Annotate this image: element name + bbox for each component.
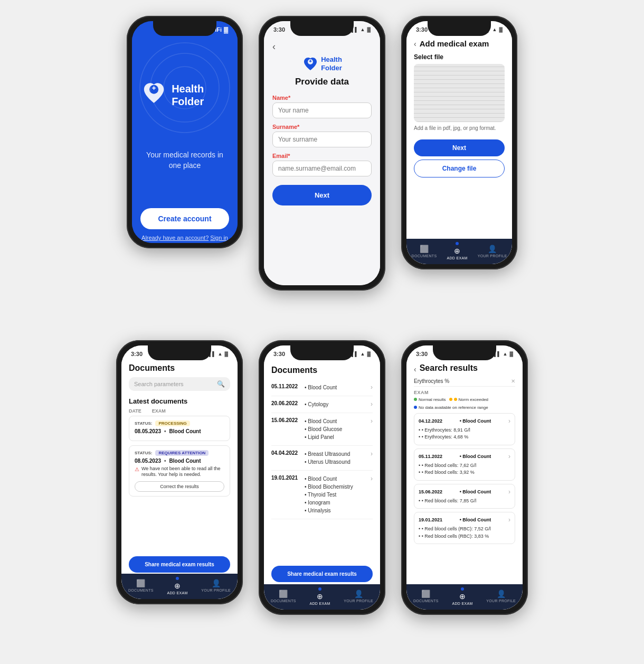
nav-add-exam[interactable]: ⊕ ADD EXAM (447, 242, 468, 260)
result-date: 04.12.2022 (419, 418, 442, 424)
signin-link[interactable]: Sign in (210, 235, 228, 241)
doc-row-arrow: › (371, 400, 373, 408)
result-item: • Erythrocytes: 8,91 G/l (419, 427, 510, 434)
phone-search-results: 3:30 ▌▌▌ ▲ ▓ ‹ Search results Erythrocyt… (401, 340, 528, 615)
next-button-form[interactable]: Next (272, 185, 372, 205)
notch (428, 21, 491, 36)
email-input[interactable] (272, 161, 372, 176)
wifi-icon: ▲ (218, 351, 223, 357)
nav-add-exam-6[interactable]: ⊕ ADD EXAM (452, 587, 473, 605)
exam-screen: ‹ Add medical exam Select file Add a fil… (406, 35, 512, 183)
nav-documents[interactable]: ⬜ DOCUMENTS (412, 245, 437, 258)
notch (153, 21, 216, 36)
time: 3:30 (273, 351, 285, 357)
phone-add-exam: 3:30 ▌▌▌ ▲ ▓ ‹ Add medical exam Select f… (401, 16, 517, 269)
email-field-group: Email* (272, 153, 372, 176)
file-preview (414, 64, 505, 122)
doc-exam-item: • Blood Count (305, 475, 371, 483)
nav-documents-6[interactable]: ⬜ DOCUMENTS (413, 590, 439, 603)
nav-profile-4[interactable]: 👤 YOUR PROFILE (201, 579, 231, 592)
add-exam-nav-icon-5: ⊕ (317, 592, 323, 601)
list-item[interactable]: 05.11.2022• Blood Count› (271, 379, 373, 396)
add-exam-nav-icon-6: ⊕ (459, 592, 466, 601)
result-card[interactable]: 05.11.2022• Blood Count›• Red blood cell… (414, 448, 515, 481)
exam-header: ‹ Add medical exam (414, 39, 505, 48)
doc-exams: • Blood Count• Blood Glucose• Lipid Pane… (300, 417, 371, 441)
nav-profile-label-6: YOUR PROFILE (486, 599, 516, 603)
form-logo: HealthFolder (302, 55, 342, 72)
doc-exam-item: • Urinalysis (305, 507, 371, 515)
back-button[interactable]: ‹ (272, 41, 276, 52)
result-card[interactable]: 15.06.2022• Blood Count›• Red blood cell… (414, 484, 515, 509)
bottom-nav-search: ⬜ DOCUMENTS ⊕ ADD EXAM 👤 YOUR PROFILE (406, 584, 523, 610)
doc-exam-item: • Thyroid Test (305, 491, 371, 499)
back-button-exam[interactable]: ‹ (414, 40, 416, 48)
dot-normal (414, 398, 417, 401)
doc-exam-1: Blood Count (169, 428, 201, 434)
nav-documents-4[interactable]: ⬜ DOCUMENTS (128, 579, 154, 592)
result-card[interactable]: 04.12.2022• Blood Count›• Erythrocytes: … (414, 413, 515, 445)
nav-dot-6 (461, 587, 464, 591)
notch (290, 21, 354, 36)
next-button-exam[interactable]: Next (414, 139, 505, 156)
nav-add-exam-label: ADD EXAM (447, 256, 468, 260)
battery-icon: ▓ (224, 26, 228, 33)
list-item[interactable]: 19.01.2021• Blood Count• Blood Biochemis… (271, 471, 373, 519)
nav-documents-label-4: DOCUMENTS (128, 588, 154, 592)
change-file-button[interactable]: Change file (414, 160, 505, 177)
result-arrow: › (508, 488, 510, 495)
nav-documents-5[interactable]: ⬜ DOCUMENTS (271, 590, 296, 603)
nav-add-exam-4[interactable]: ⊕ ADD EXAM (167, 577, 188, 595)
doc-row-arrow: › (371, 450, 373, 457)
surname-input[interactable] (272, 132, 372, 147)
status-badge-processing: PROCESSING (155, 420, 190, 426)
svg-rect-8 (310, 60, 311, 62)
profile-nav-icon-6: 👤 (497, 590, 506, 598)
name-field-group: Name* (272, 95, 372, 118)
time: 3:30 (131, 351, 143, 357)
nav-profile[interactable]: 👤 YOUR PROFILE (478, 245, 507, 258)
status-badge-attention: REQUIRES ATTENTION (155, 450, 209, 456)
battery-icon: ▓ (224, 351, 228, 357)
doc-date-1: 08.05.2023 (135, 428, 161, 434)
time: 3:30 (416, 351, 428, 357)
doc-date-exam-1: 08.05.2023 • Blood Count (135, 428, 224, 434)
name-input[interactable] (272, 102, 372, 118)
nav-profile-5[interactable]: 👤 YOUR PROFILE (344, 590, 373, 603)
legend-row: Normal results Norm exceeded No data ava… (414, 397, 515, 410)
doc-exam-item: • Blood Count (305, 384, 371, 391)
select-file-label: Select file (414, 53, 505, 61)
doc-date-exam-2: 08.05.2023 • Blood Count (135, 458, 224, 464)
share-results-button[interactable]: Share medical exam results (129, 556, 230, 573)
col-exam: EXAM (152, 408, 166, 414)
svg-point-2 (140, 43, 230, 133)
list-item[interactable]: 20.06.2022• Cytology› (271, 396, 373, 413)
nav-profile-6[interactable]: 👤 YOUR PROFILE (486, 590, 516, 603)
add-exam-nav-icon-4: ⊕ (174, 582, 181, 590)
search-bar[interactable]: Search parameters 🔍 (129, 377, 230, 391)
wifi-icon: ▲ (361, 351, 365, 357)
create-account-button[interactable]: Create account (140, 208, 229, 229)
status-label-2: STATUS: (135, 451, 152, 455)
docs-title: Documents (129, 363, 230, 373)
share-results-button-5[interactable]: Share medical exam results (271, 566, 373, 582)
result-item: • Red blood cells (RBC): 3,83 % (419, 533, 510, 540)
correct-results-button[interactable]: Correct the results (135, 481, 224, 492)
nav-add-exam-label-6: ADD EXAM (452, 602, 473, 605)
list-item[interactable]: 04.04.2022• Breast Ultrasound• Uterus Ul… (271, 446, 373, 471)
nav-add-exam-5[interactable]: ⊕ ADD EXAM (310, 587, 330, 605)
bottom-nav-doclist: ⬜ DOCUMENTS ⊕ ADD EXAM 👤 YOUR PROFILE (264, 584, 380, 610)
result-exam: • Blood Count (460, 454, 491, 459)
bottom-nav-exam: ⬜ DOCUMENTS ⊕ ADD EXAM 👤 YOUR PROFILE (406, 239, 512, 264)
result-card-header: 15.06.2022• Blood Count› (419, 488, 510, 495)
nav-documents-label-5: DOCUMENTS (271, 599, 296, 603)
form-title: Provide data (295, 77, 349, 87)
file-preview-img (414, 64, 505, 122)
phone-form: 3:30 ▌▌▌ ▲ ▓ ‹ (259, 16, 385, 291)
time: 3:30 (273, 26, 285, 33)
back-button-search[interactable]: ‹ (414, 365, 416, 373)
phone-documents-status: 3:30 ▌▌▌ ▲ ▓ Documents Search parameters… (116, 340, 243, 604)
documents-nav-icon-5: ⬜ (279, 590, 288, 598)
result-card[interactable]: 19.01.2021• Blood Count›• Red blood cell… (414, 512, 515, 544)
list-item[interactable]: 15.06.2022• Blood Count• Blood Glucose• … (271, 413, 373, 446)
